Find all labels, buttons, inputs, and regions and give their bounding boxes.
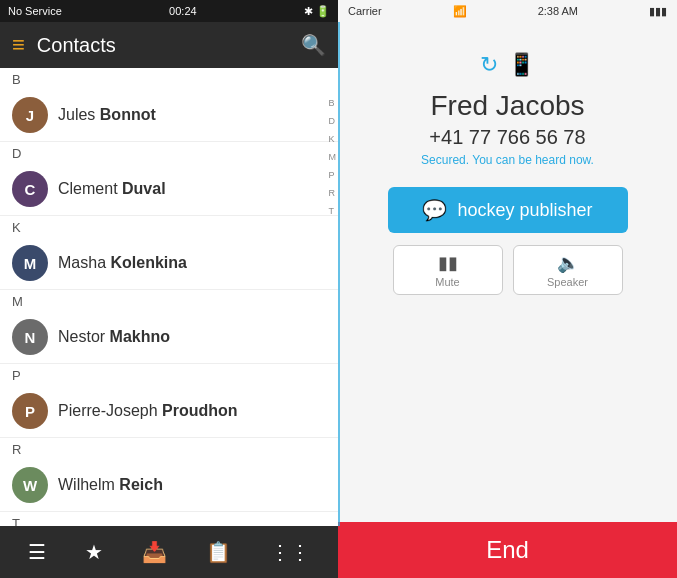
contact-name-pierre: Pierre-Joseph Proudhon [58, 402, 238, 420]
index-sidebar: B D K M P R T [329, 98, 337, 216]
nav-list-icon[interactable]: ☰ [20, 532, 54, 572]
contact-item-nestor[interactable]: N Nestor Makhno [0, 311, 338, 364]
phone-icon: 📱 [508, 52, 535, 78]
hockey-publisher-button[interactable]: 💬 hockey publisher [388, 187, 628, 233]
avatar-clement: C [12, 171, 48, 207]
nav-star-icon[interactable]: ★ [77, 532, 111, 572]
mute-label: Mute [435, 276, 459, 288]
secured-text: Secured. You can be heard now. [421, 153, 594, 167]
caller-name: Fred Jacobs [430, 90, 584, 122]
contact-item-masha[interactable]: M Masha Kolenkina [0, 237, 338, 290]
contact-item-clement[interactable]: C Clement Duval [0, 163, 338, 216]
mute-button[interactable]: ▮▮ Mute [393, 245, 503, 295]
section-header-r: R [0, 438, 338, 459]
wifi-icon-right: 📶 [453, 5, 467, 18]
bottom-nav: ☰ ★ 📥 📋 ⋮⋮ [0, 526, 338, 578]
search-icon[interactable]: 🔍 [301, 33, 326, 57]
contact-name-jules: Jules Bonnot [58, 106, 156, 124]
contact-item-pierre[interactable]: P Pierre-Joseph Proudhon [0, 385, 338, 438]
section-header-p: P [0, 364, 338, 385]
contact-name-reich: Wilhelm Reich [58, 476, 163, 494]
end-btn-label: End [486, 536, 529, 564]
call-content: ↻ 📱 Fred Jacobs +41 77 766 56 78 Secured… [338, 22, 677, 522]
contact-item-reich[interactable]: W Wilhelm Reich [0, 459, 338, 512]
battery-left: ✱ 🔋 [304, 5, 330, 18]
divider-line [338, 22, 340, 526]
speaker-button[interactable]: 🔈 Speaker [513, 245, 623, 295]
avatar-jules: J [12, 97, 48, 133]
section-header-t: T [0, 512, 338, 526]
end-button[interactable]: End [338, 522, 677, 578]
hockey-btn-label: hockey publisher [457, 200, 592, 221]
header-title: Contacts [37, 34, 301, 57]
right-panel: Carrier 📶 2:38 AM ▮▮▮ ↻ 📱 Fred Jacobs +4… [338, 0, 677, 578]
contacts-list: B J Jules Bonnot D C Clement Duval K M M… [0, 68, 338, 526]
nav-grid-icon[interactable]: ⋮⋮ [262, 532, 318, 572]
status-bar-right: Carrier 📶 2:38 AM ▮▮▮ [338, 0, 677, 22]
refresh-icon[interactable]: ↻ [480, 52, 498, 78]
contact-item-jules[interactable]: J Jules Bonnot [0, 89, 338, 142]
hockey-icon: 💬 [422, 198, 447, 222]
speaker-label: Speaker [547, 276, 588, 288]
avatar-pierre: P [12, 393, 48, 429]
signal-text: No Service [8, 5, 62, 17]
contact-name-masha: Masha Kolenkina [58, 254, 187, 272]
nav-card-icon[interactable]: 📋 [198, 532, 239, 572]
section-header-d: D [0, 142, 338, 163]
status-bar-left: No Service 00:24 ✱ 🔋 [0, 0, 338, 22]
section-header-m: M [0, 290, 338, 311]
left-panel: No Service 00:24 ✱ 🔋 ≡ Contacts 🔍 B J Ju… [0, 0, 338, 578]
time-right: 2:38 AM [538, 5, 578, 17]
time-left: 00:24 [169, 5, 197, 17]
speaker-icon: 🔈 [557, 252, 579, 274]
nav-inbox-icon[interactable]: 📥 [134, 532, 175, 572]
contacts-header: ≡ Contacts 🔍 [0, 22, 338, 68]
call-icons-row: ↻ 📱 [480, 52, 535, 78]
hamburger-icon[interactable]: ≡ [12, 32, 25, 58]
avatar-nestor: N [12, 319, 48, 355]
carrier-text: Carrier [348, 5, 382, 17]
section-header-k: K [0, 216, 338, 237]
battery-right: ▮▮▮ [649, 5, 667, 18]
avatar-masha: M [12, 245, 48, 281]
section-header-b: B [0, 68, 338, 89]
contact-name-clement: Clement Duval [58, 180, 166, 198]
avatar-reich: W [12, 467, 48, 503]
call-controls: ▮▮ Mute 🔈 Speaker [393, 245, 623, 295]
caller-phone: +41 77 766 56 78 [429, 126, 585, 149]
contact-name-nestor: Nestor Makhno [58, 328, 170, 346]
pause-icon: ▮▮ [438, 252, 458, 274]
